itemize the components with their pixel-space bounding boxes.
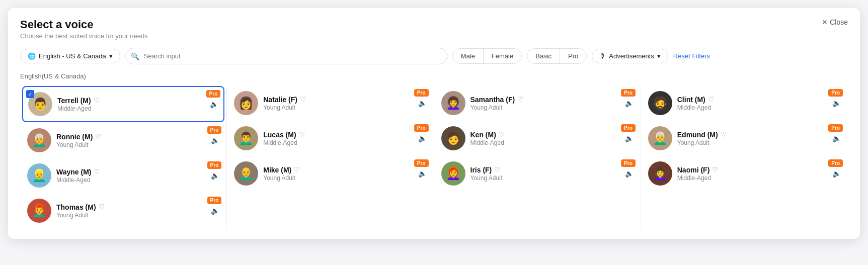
close-icon: ✕	[822, 18, 828, 26]
voice-name-clint: Clint (M) ♡	[677, 96, 827, 104]
favorite-icon-naomi[interactable]: ♡	[712, 166, 718, 173]
use-case-selector[interactable]: 🎙 Advertisements ▾	[592, 49, 668, 63]
favorite-icon-mike[interactable]: ♡	[294, 166, 300, 173]
speaker-icon-naomi[interactable]: 🔈	[832, 169, 841, 178]
voice-info-iris: Iris (F) ♡Young Adult	[470, 166, 620, 182]
voice-name-lucas: Lucas (M) ♡	[263, 131, 413, 139]
voice-age-natalie: Young Adult	[263, 104, 413, 111]
speaker-icon-mike[interactable]: 🔈	[418, 169, 427, 178]
avatar-naomi: 👩‍🦱	[648, 161, 672, 186]
favorite-icon-edmund[interactable]: ♡	[721, 131, 727, 138]
reset-filters-button[interactable]: Reset Filters	[673, 52, 710, 60]
male-filter-button[interactable]: Male	[453, 49, 484, 63]
speaker-icon-ronnie[interactable]: 🔈	[211, 136, 219, 144]
favorite-icon-wayne[interactable]: ♡	[94, 168, 100, 175]
avatar-ken: 🧑	[441, 126, 465, 150]
voice-info-edmund: Edmund (M) ♡Young Adult	[677, 131, 827, 146]
voice-card-iris[interactable]: 👩‍🦰Iris (F) ♡Young Adult🔈Pro	[436, 156, 639, 191]
voice-card-terrell[interactable]: ✓👨Terrell (M) ♡Middle-Aged🔈Pro	[22, 86, 224, 122]
search-wrap: 🔍	[125, 48, 447, 64]
basic-filter-button[interactable]: Basic	[527, 49, 560, 63]
avatar-samantha: 👩‍🦱	[441, 91, 465, 115]
avatar-natalie: 👩	[234, 91, 258, 115]
speaker-icon-natalie[interactable]: 🔈	[418, 99, 427, 107]
speaker-icon-terrell[interactable]: 🔈	[210, 100, 218, 108]
favorite-icon-natalie[interactable]: ♡	[300, 96, 306, 103]
speaker-icon-ken[interactable]: 🔈	[625, 134, 634, 142]
language-selector[interactable]: 🌐 English - US & Canada ▾	[20, 49, 120, 63]
voice-card-lucas[interactable]: 👨‍🦱Lucas (M) ♡Middle-Aged🔈Pro	[229, 121, 431, 155]
voice-name-iris: Iris (F) ♡	[470, 166, 620, 174]
pro-badge-iris: Pro	[621, 159, 636, 167]
favorite-icon-clint[interactable]: ♡	[708, 96, 714, 103]
pro-badge-ronnie: Pro	[207, 126, 222, 134]
avatar-ronnie: 👨‍🦳	[27, 128, 51, 152]
female-filter-button[interactable]: Female	[484, 49, 521, 63]
avatar-iris: 👩‍🦰	[441, 161, 465, 186]
favorite-icon-thomas[interactable]: ♡	[99, 203, 105, 211]
avatar-thomas: 👨‍🦰	[27, 199, 51, 223]
favorite-icon-terrell[interactable]: ♡	[94, 97, 100, 104]
favorite-icon-lucas[interactable]: ♡	[299, 131, 305, 138]
voice-card-naomi[interactable]: 👩‍🦱Naomi (F) ♡Middle-Aged🔈Pro	[643, 156, 846, 191]
pro-badge-samantha: Pro	[621, 89, 636, 97]
voice-info-terrell: Terrell (M) ♡Middle-Aged	[57, 97, 205, 112]
search-input[interactable]	[125, 48, 447, 64]
speaker-icon-samantha[interactable]: 🔈	[625, 99, 634, 107]
voice-age-ken: Middle-Aged	[470, 139, 620, 146]
pro-badge-ken: Pro	[621, 124, 636, 132]
voice-card-samantha[interactable]: 👩‍🦱Samantha (F) ♡Young Adult🔈Pro	[436, 86, 639, 120]
voice-card-natalie[interactable]: 👩Natalie (F) ♡Young Adult🔈Pro	[229, 86, 431, 120]
voice-card-ronnie[interactable]: 👨‍🦳Ronnie (M) ♡Young Adult🔈Pro	[22, 123, 224, 157]
use-case-label: Advertisements	[609, 52, 654, 60]
search-icon: 🔍	[131, 52, 139, 60]
voice-card-mike[interactable]: 👨‍🦲Mike (M) ♡Young Adult🔈Pro	[229, 156, 431, 191]
voice-card-wayne[interactable]: 👱‍♂️Wayne (M) ♡Middle-Aged🔈Pro	[22, 158, 224, 193]
voices-grid: ✓👨Terrell (M) ♡Middle-Aged🔈Pro👨‍🦳Ronnie …	[20, 86, 848, 229]
favorite-icon-ken[interactable]: ♡	[499, 131, 505, 138]
speaker-icon-clint[interactable]: 🔈	[832, 99, 841, 107]
close-button[interactable]: ✕ Close	[822, 18, 848, 26]
voice-card-edmund[interactable]: 👨‍🦳Edmund (M) ♡Young Adult🔈Pro	[643, 121, 846, 155]
voice-name-terrell: Terrell (M) ♡	[57, 97, 205, 105]
voice-card-clint[interactable]: 🧔Clint (M) ♡Middle-Aged🔈Pro	[643, 86, 846, 120]
voice-info-naomi: Naomi (F) ♡Middle-Aged	[677, 166, 827, 182]
voice-name-naomi: Naomi (F) ♡	[677, 166, 827, 174]
voice-age-ronnie: Young Adult	[56, 141, 206, 148]
voice-info-natalie: Natalie (F) ♡Young Adult	[263, 96, 413, 111]
voice-name-mike: Mike (M) ♡	[263, 166, 413, 174]
speaker-icon-thomas[interactable]: 🔈	[211, 207, 219, 215]
pro-badge-terrell: Pro	[206, 90, 221, 98]
modal-title-area: Select a voice Choose the best suited vo…	[20, 18, 148, 40]
favorite-icon-ronnie[interactable]: ♡	[95, 133, 101, 140]
voice-age-wayne: Middle-Aged	[56, 176, 206, 184]
avatar-edmund: 👨‍🦳	[648, 126, 672, 150]
voice-name-thomas: Thomas (M) ♡	[56, 203, 206, 211]
voice-card-ken[interactable]: 🧑Ken (M) ♡Middle-Aged🔈Pro	[436, 121, 639, 155]
avatar-mike: 👨‍🦲	[234, 161, 258, 186]
voice-column-1: 👩Natalie (F) ♡Young Adult🔈Pro👨‍🦱Lucas (M…	[227, 86, 434, 229]
voice-name-wayne: Wayne (M) ♡	[56, 168, 206, 176]
speaker-icon-wayne[interactable]: 🔈	[211, 171, 219, 180]
voice-info-samantha: Samantha (F) ♡Young Adult	[470, 96, 620, 111]
voice-card-thomas[interactable]: 👨‍🦰Thomas (M) ♡Young Adult🔈Pro	[22, 194, 224, 228]
voice-info-ronnie: Ronnie (M) ♡Young Adult	[56, 133, 206, 148]
pro-badge-naomi: Pro	[828, 159, 843, 167]
pro-badge-mike: Pro	[414, 159, 429, 167]
pro-badge-lucas: Pro	[414, 124, 429, 132]
speaker-icon-lucas[interactable]: 🔈	[418, 134, 427, 142]
pro-badge-wayne: Pro	[207, 161, 222, 169]
speaker-icon-iris[interactable]: 🔈	[625, 169, 634, 178]
favorite-icon-iris[interactable]: ♡	[494, 166, 500, 173]
voice-info-lucas: Lucas (M) ♡Middle-Aged	[263, 131, 413, 146]
voice-age-naomi: Middle-Aged	[677, 174, 827, 182]
favorite-icon-samantha[interactable]: ♡	[517, 96, 523, 103]
pro-badge-edmund: Pro	[828, 124, 843, 132]
speaker-icon-edmund[interactable]: 🔈	[832, 134, 841, 142]
voice-age-iris: Young Adult	[470, 174, 620, 182]
voice-name-samantha: Samantha (F) ♡	[470, 96, 620, 104]
pro-filter-button[interactable]: Pro	[560, 49, 586, 63]
voice-age-lucas: Middle-Aged	[263, 139, 413, 146]
voice-age-terrell: Middle-Aged	[57, 105, 205, 112]
modal-header: Select a voice Choose the best suited vo…	[20, 18, 848, 40]
